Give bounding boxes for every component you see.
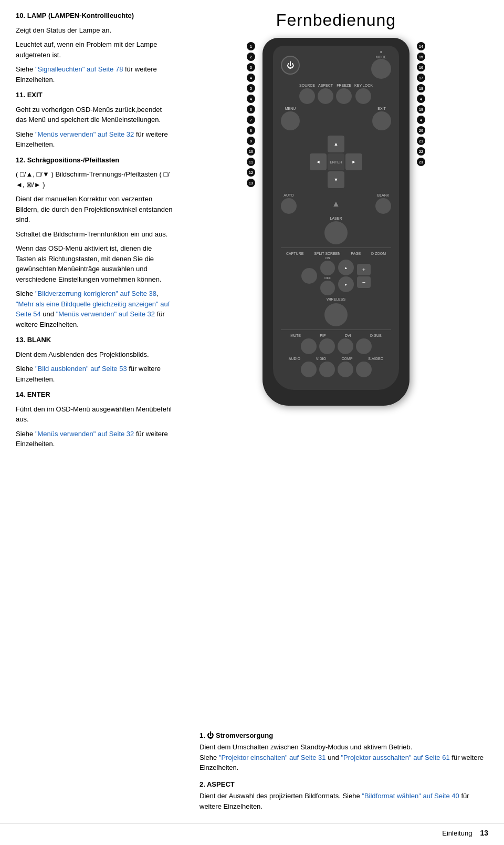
power-button[interactable]: ⏻ bbox=[281, 56, 300, 75]
badge-15: 15 bbox=[417, 53, 425, 61]
split-label: SPLIT SCREEN bbox=[314, 252, 340, 255]
svideo-label: S-VIDEO bbox=[368, 357, 383, 360]
svideo-button[interactable] bbox=[356, 362, 372, 377]
dsub-button[interactable] bbox=[356, 338, 372, 354]
vidio-button[interactable] bbox=[319, 362, 335, 377]
item-12-link3[interactable]: "Menüs verwenden" auf Seite 32 bbox=[56, 310, 155, 318]
item-10-p1: Zeigt den Status der Lampe an. bbox=[16, 25, 173, 36]
bottom-item-1-heading: 1. ⏻ Stromversorgung bbox=[200, 730, 488, 741]
right-column: Fernbedienung 14 15 16 17 18 4 19 4 20 2… bbox=[184, 11, 488, 709]
item-13-link[interactable]: "Bild ausblenden" auf Seite 53 bbox=[35, 365, 127, 373]
dvi-label: DVI bbox=[345, 334, 351, 337]
capture-button[interactable] bbox=[301, 268, 317, 284]
page-up-button[interactable]: ▲ bbox=[338, 260, 354, 275]
laser-button[interactable] bbox=[324, 221, 348, 244]
auto-label: AUTO bbox=[284, 193, 293, 197]
pip-button[interactable] bbox=[319, 338, 335, 354]
item-12-link1[interactable]: "Bildverzerrung korrigieren" auf Seite 3… bbox=[35, 290, 156, 297]
row-audio-etc bbox=[281, 362, 391, 377]
auto-group: AUTO bbox=[281, 193, 297, 214]
source-button[interactable] bbox=[299, 88, 315, 104]
main-content: 10. LAMP (LAMPEN-Kontrollleuchte) Zeigt … bbox=[0, 0, 504, 720]
row-mute-etc bbox=[281, 338, 391, 354]
bottom-item-1-number: 1. bbox=[200, 731, 205, 739]
bottom-item-1: 1. ⏻ Stromversorgung Dient dem Umschalte… bbox=[200, 730, 488, 773]
dzoom-area: + − bbox=[357, 264, 371, 288]
mode-button[interactable] bbox=[371, 59, 391, 79]
aspect-button[interactable] bbox=[318, 88, 333, 104]
on-button[interactable] bbox=[320, 261, 335, 275]
item-10-heading: LAMP (LAMPEN-Kontrollleuchte) bbox=[27, 12, 134, 19]
audio-labels-row: AUDIO VIDIO COMP S-VIDEO bbox=[281, 356, 391, 360]
item-14-heading: ENTER bbox=[27, 390, 50, 398]
badge-4c: 4 bbox=[247, 95, 255, 103]
dpad-right[interactable]: ► bbox=[345, 153, 362, 170]
item-12-p4: Wenn das OSD-Menü aktiviert ist, dienen … bbox=[16, 243, 173, 284]
bottom-content: 1. ⏻ Stromversorgung Dient dem Umschalte… bbox=[200, 730, 488, 818]
exit-label: EXIT bbox=[377, 107, 386, 110]
item-10-link[interactable]: "Signalleuchten" auf Seite 78 bbox=[35, 65, 123, 73]
item-13: 13. BLANK Dient dem Ausblenden des Proje… bbox=[16, 335, 173, 384]
audio-button[interactable] bbox=[301, 362, 317, 377]
capture-label: CAPTURE bbox=[286, 252, 303, 255]
dpad-down[interactable]: ▼ bbox=[328, 171, 344, 188]
dvi-button[interactable] bbox=[338, 338, 353, 354]
auto-button[interactable] bbox=[281, 198, 297, 214]
item-14: 14. ENTER Führt den im OSD-Menü ausgewäh… bbox=[16, 389, 173, 449]
exit-group: EXIT bbox=[372, 106, 391, 130]
item-13-number: 13. bbox=[16, 336, 25, 344]
item-13-heading: BLANK bbox=[27, 336, 51, 344]
blank-group: BLANK bbox=[375, 193, 391, 214]
item-12-p3: Schaltet die Bildschirm-Trennfunktion ei… bbox=[16, 229, 173, 240]
badge-13: 13 bbox=[247, 179, 255, 187]
blank-button[interactable] bbox=[375, 198, 391, 214]
freeze-group: FREEZE bbox=[336, 83, 352, 104]
exit-button[interactable] bbox=[372, 111, 391, 130]
badge-5: 5 bbox=[247, 84, 255, 92]
off-label-small: OFF bbox=[324, 276, 331, 280]
dzoom-minus-button[interactable]: − bbox=[357, 276, 371, 288]
menu-button[interactable] bbox=[281, 111, 300, 130]
laser-row: LASER bbox=[281, 216, 391, 244]
row-auto-blank: AUTO ▲ BLANK bbox=[281, 193, 391, 214]
bottom-item-1-title: Stromversorgung bbox=[216, 731, 273, 739]
dpad-up[interactable]: ▲ bbox=[328, 136, 344, 152]
mute-button[interactable] bbox=[301, 338, 317, 354]
item-11-number: 11. bbox=[16, 91, 25, 99]
item-14-p2: Siehe "Menüs verwenden" auf Seite 32 für… bbox=[16, 429, 173, 449]
wireless-row: WIRELESS bbox=[281, 297, 391, 326]
dpad-left[interactable]: ◄ bbox=[310, 153, 327, 170]
enter-button[interactable]: ENTER bbox=[328, 153, 344, 170]
item-12: 12. Schrägpositions-/Pfeiltasten ( □/▲, … bbox=[16, 155, 173, 330]
enter-label: ENTER bbox=[330, 160, 342, 164]
bottom-item-1-link2[interactable]: "Projektor ausschalten" auf Seite 61 bbox=[341, 754, 449, 761]
page-label: PAGE bbox=[351, 252, 361, 255]
blank-label: BLANK bbox=[377, 193, 390, 197]
wireless-button[interactable] bbox=[324, 303, 348, 326]
row-source-etc: SOURCE ASPECT FREEZE bbox=[281, 83, 391, 104]
bottom-item-1-link1[interactable]: "Projektor einschalten" auf Seite 31 bbox=[219, 754, 326, 761]
dpad-empty-br bbox=[345, 171, 362, 188]
page-down-button[interactable]: ▼ bbox=[338, 276, 354, 292]
dpad-empty-tl bbox=[310, 136, 327, 152]
item-14-p1: Führt den im OSD-Menü ausgewählten Menüb… bbox=[16, 404, 173, 425]
audio-label: AUDIO bbox=[289, 357, 300, 360]
footer-section: Einleitung bbox=[442, 829, 472, 837]
comp-button[interactable] bbox=[338, 362, 353, 377]
laser-label: LASER bbox=[330, 217, 342, 220]
off-button[interactable] bbox=[320, 281, 335, 295]
bottom-item-1-p2: Siehe "Projektor einschalten" auf Seite … bbox=[200, 753, 488, 773]
footer-right: Einleitung 13 bbox=[442, 829, 488, 837]
item-11-link[interactable]: "Menüs verwenden" auf Seite 32 bbox=[35, 130, 134, 138]
freeze-button[interactable] bbox=[336, 88, 352, 104]
keylock-button[interactable] bbox=[355, 88, 371, 104]
separator1 bbox=[281, 248, 391, 248]
item-10: 10. LAMP (LAMPEN-Kontrollleuchte) Zeigt … bbox=[16, 11, 173, 85]
bottom-item-2-link[interactable]: "Bildformat wählen" auf Seite 40 bbox=[362, 792, 459, 800]
remote-body: ⏻ MODE SOURCE bbox=[262, 38, 410, 406]
item-14-link[interactable]: "Menüs verwenden" auf Seite 32 bbox=[35, 430, 134, 438]
dpad: ▲ ◄ ENTER ► ▼ bbox=[310, 136, 362, 188]
power-icon-inline: ⏻ bbox=[207, 731, 216, 739]
dzoom-plus-button[interactable]: + bbox=[357, 264, 371, 275]
badge-8: 8 bbox=[247, 126, 255, 135]
